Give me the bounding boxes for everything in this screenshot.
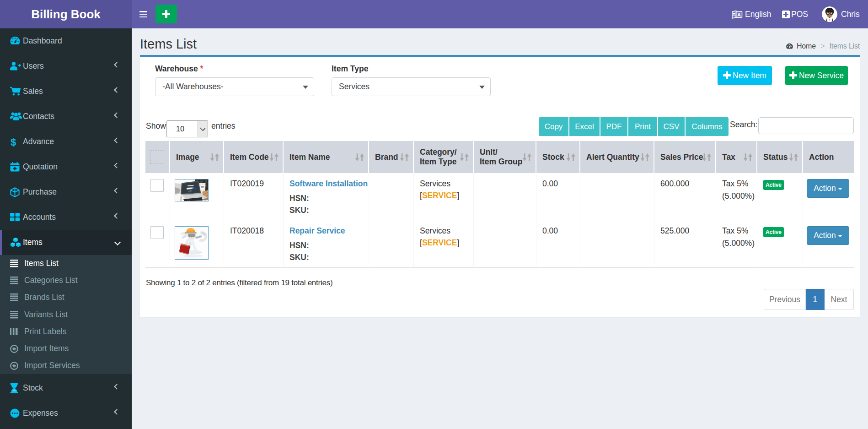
svg-text:A: A (737, 12, 741, 17)
svg-text:$: $ (11, 137, 16, 148)
